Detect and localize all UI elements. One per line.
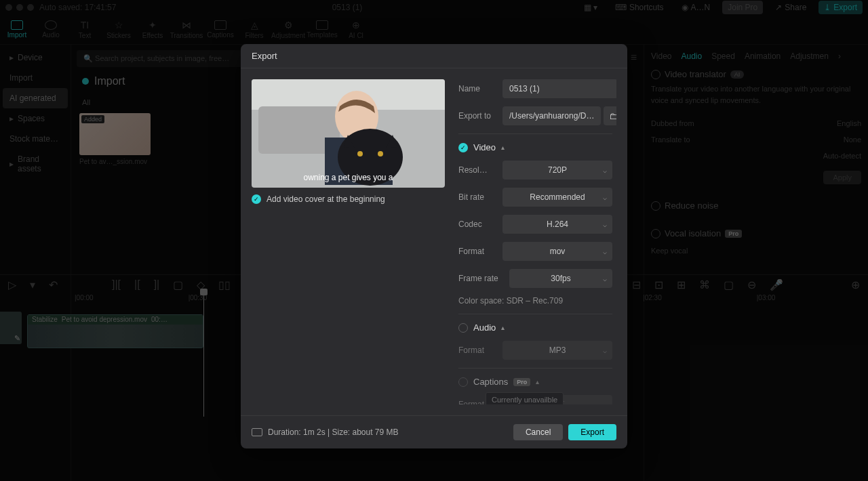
preview-illustration xyxy=(252,79,445,188)
name-input[interactable] xyxy=(502,79,616,98)
codec-select[interactable]: H.264 xyxy=(502,215,612,234)
preview-caption: owning a pet gives you a xyxy=(252,173,445,182)
pro-badge: Pro xyxy=(513,378,530,386)
captions-section-toggle[interactable] xyxy=(458,377,468,387)
video-preview: owning a pet gives you a xyxy=(252,79,445,188)
unavailable-tooltip: Currently unavailble xyxy=(486,392,564,404)
export-dialog: Export xyxy=(241,44,627,448)
name-label: Name xyxy=(458,84,496,93)
video-section-toggle[interactable]: ✓ xyxy=(458,143,468,152)
video-format-select[interactable]: mov xyxy=(502,242,612,261)
audio-format-select[interactable]: MP3 xyxy=(502,341,612,360)
svg-point-6 xyxy=(357,151,363,156)
colorspace-label: Color space: SDR – Rec.709 xyxy=(458,296,612,306)
footer-info: Duration: 1m 2s | Size: about 79 MB xyxy=(268,427,399,437)
audio-section-label: Audio xyxy=(473,322,496,333)
film-icon xyxy=(252,428,262,436)
export-path[interactable]: /Users/yanhuarong/D… xyxy=(502,106,601,125)
browse-folder-button[interactable]: 🗀 xyxy=(604,106,616,125)
add-cover-label: Add video cover at the beginning xyxy=(267,194,385,204)
export-to-label: Export to xyxy=(458,111,496,121)
export-button[interactable]: Export xyxy=(568,424,616,440)
captions-section-label: Captions xyxy=(473,377,508,387)
modal-title: Export xyxy=(241,44,627,68)
add-cover-checkbox[interactable]: ✓ xyxy=(252,194,261,204)
svg-point-7 xyxy=(378,151,383,156)
resolution-select[interactable]: 720P xyxy=(502,161,612,180)
bitrate-select[interactable]: Recommended xyxy=(502,188,612,207)
cancel-button[interactable]: Cancel xyxy=(513,424,563,440)
audio-section-toggle[interactable] xyxy=(458,323,468,333)
video-section-label: Video xyxy=(473,142,496,152)
modal-backdrop: Export xyxy=(0,0,868,481)
framerate-select[interactable]: 30fps xyxy=(509,269,612,288)
